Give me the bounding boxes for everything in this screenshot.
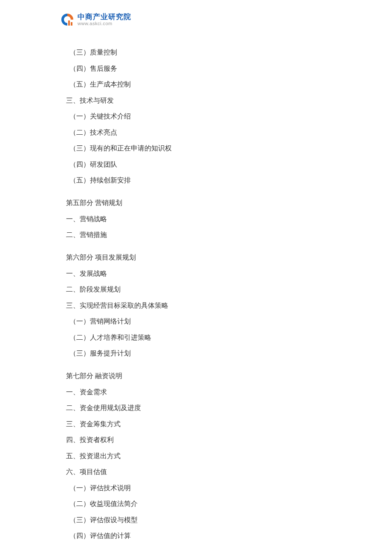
toc-content: （三）质量控制 （四）售后服务 （五）生产成本控制 三、技术与研发 （一）关键技… [66, 49, 332, 549]
toc-item: 二、资金使用规划及进度 [66, 405, 332, 411]
svg-rect-1 [71, 22, 72, 26]
toc-section-title: 第七部分 融资说明 [66, 373, 332, 379]
toc-item: （四）评估值的计算 [66, 532, 332, 539]
logo-icon [60, 12, 75, 27]
toc-item: 二、阶段发展规划 [66, 286, 332, 293]
toc-item: （三）评估假设与模型 [66, 517, 332, 523]
toc-section-title: 第六部分 项目发展规划 [66, 254, 332, 261]
toc-item: （三）现有的和正在申请的知识权 [66, 145, 332, 152]
toc-item: 一、资金需求 [66, 389, 332, 396]
toc-item: 四、投资者权利 [66, 436, 332, 443]
toc-item: 一、发展战略 [66, 270, 332, 277]
toc-item: （一）营销网络计划 [66, 318, 332, 325]
toc-item: （二）技术亮点 [66, 129, 332, 136]
toc-item: 二、营销措施 [66, 231, 332, 238]
toc-item: （五）持续创新安排 [66, 177, 332, 184]
toc-item: 六、项目估值 [66, 468, 332, 475]
toc-item: 五、投资退出方式 [66, 453, 332, 460]
toc-item: 一、营销战略 [66, 216, 332, 223]
toc-item: （一）关键技术介绍 [66, 113, 332, 120]
toc-item: （二）人才培养和引进策略 [66, 334, 332, 341]
logo-url: www.askci.com [78, 21, 131, 26]
logo-chinese: 中商产业研究院 [78, 13, 131, 20]
svg-rect-0 [68, 20, 70, 26]
toc-item: （四）售后服务 [66, 65, 332, 72]
logo-text: 中商产业研究院 www.askci.com [78, 13, 131, 26]
toc-item: （三）服务提升计划 [66, 350, 332, 357]
toc-item: （三）质量控制 [66, 49, 332, 56]
toc-item: （四）研发团队 [66, 161, 332, 168]
toc-item: （五）生产成本控制 [66, 81, 332, 88]
toc-item: （一）评估技术说明 [66, 485, 332, 491]
toc-item: 三、技术与研发 [66, 97, 332, 104]
header-logo: 中商产业研究院 www.askci.com [60, 12, 131, 27]
toc-section-title: 第五部分 营销规划 [66, 199, 332, 206]
toc-item: 三、资金筹集方式 [66, 421, 332, 428]
toc-item: 三、实现经营目标采取的具体策略 [66, 302, 332, 309]
toc-item: （二）收益现值法简介 [66, 500, 332, 507]
